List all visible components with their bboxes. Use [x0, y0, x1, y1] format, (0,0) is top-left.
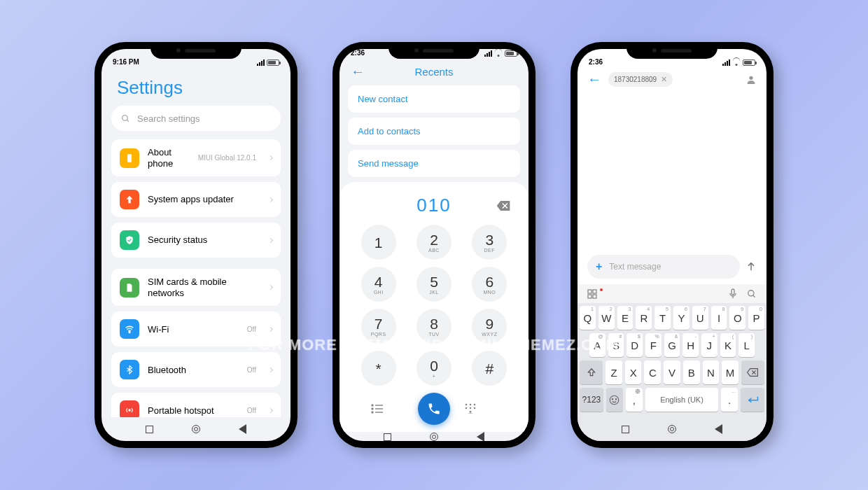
settings-item-label: Bluetooth: [148, 365, 239, 376]
remove-recipient-icon[interactable]: ✕: [661, 75, 667, 84]
key-U[interactable]: U7: [692, 306, 708, 330]
number-display: 010: [354, 190, 514, 225]
menu-icon[interactable]: [371, 404, 403, 414]
key-shift[interactable]: [580, 360, 603, 384]
key-V[interactable]: V: [664, 360, 680, 384]
dialpad-toggle-icon[interactable]: [465, 403, 497, 414]
key-G[interactable]: G&: [664, 333, 680, 357]
key-B[interactable]: B: [683, 360, 700, 384]
keypad-key-0[interactable]: 0+: [416, 351, 451, 386]
svg-point-11: [372, 408, 373, 410]
key-enter[interactable]: [741, 388, 764, 412]
key-W[interactable]: W2: [598, 306, 615, 330]
nav-back-icon[interactable]: [239, 424, 246, 434]
key-N[interactable]: N: [703, 360, 720, 384]
svg-line-30: [753, 295, 755, 297]
key-D[interactable]: D$: [626, 333, 643, 357]
settings-item[interactable]: Portable hotspot Off: [111, 393, 281, 417]
key-O[interactable]: O9: [729, 306, 746, 330]
keypad-key-5[interactable]: 5JKL: [416, 267, 451, 302]
nav-recent-icon[interactable]: [146, 426, 153, 433]
keypad-key-9[interactable]: 9WXYZ: [472, 309, 507, 344]
message-input[interactable]: + Text message: [587, 255, 740, 279]
signal-icon: [257, 59, 265, 66]
nav-recent-icon[interactable]: [622, 426, 629, 433]
key-I[interactable]: I8: [711, 306, 727, 330]
dialer-action[interactable]: Add to contacts: [348, 118, 520, 145]
svg-point-29: [748, 290, 754, 295]
key-Y[interactable]: Y6: [673, 306, 690, 330]
keypad-key-7[interactable]: 7PQRS: [361, 309, 396, 344]
nav-back-icon[interactable]: [477, 432, 484, 441]
status-time: 9:16 PM: [113, 58, 139, 66]
mic-icon[interactable]: [729, 288, 737, 299]
nav-back-icon[interactable]: [715, 424, 722, 434]
svg-rect-28: [732, 289, 734, 295]
key-A[interactable]: A@: [589, 333, 606, 357]
signal-icon: [722, 59, 730, 66]
svg-point-32: [612, 398, 613, 399]
key-space[interactable]: English (UK): [645, 388, 718, 412]
settings-item-label: Security status: [148, 234, 260, 246]
nav-home-icon[interactable]: [430, 433, 438, 441]
key-R[interactable]: R4: [636, 306, 652, 330]
settings-item[interactable]: System apps updater: [111, 182, 281, 217]
key-comma[interactable]: ,: [626, 388, 643, 412]
grid-icon[interactable]: [587, 289, 597, 299]
svg-rect-25: [593, 290, 596, 293]
key-E[interactable]: E3: [617, 306, 634, 330]
chevron-right-icon: [268, 368, 273, 372]
keypad-key-6[interactable]: 6MNO: [472, 267, 507, 302]
key-S[interactable]: S#: [608, 333, 624, 357]
key-X[interactable]: X: [625, 360, 642, 384]
dialer-action[interactable]: Send message: [348, 150, 520, 177]
key-Z[interactable]: Z: [606, 360, 622, 384]
key-Q[interactable]: Q1: [580, 306, 596, 330]
key-P[interactable]: P0: [748, 306, 764, 330]
keypad-key-1[interactable]: 1: [361, 225, 396, 260]
keypad-key-*[interactable]: *: [361, 351, 396, 386]
contact-icon[interactable]: [746, 74, 757, 85]
notch: [388, 42, 479, 59]
recipient-number: 18730218809: [614, 76, 657, 83]
recipient-chip[interactable]: 18730218809 ✕: [608, 72, 673, 87]
key-symbols[interactable]: ?123: [580, 388, 603, 412]
keypad-key-8[interactable]: 8TUV: [416, 309, 451, 344]
key-J[interactable]: J+: [701, 333, 718, 357]
key-T[interactable]: T5: [654, 306, 671, 330]
key-H[interactable]: H-: [682, 333, 699, 357]
key-C[interactable]: C: [644, 360, 661, 384]
settings-item[interactable]: Security status: [111, 223, 281, 258]
key-M[interactable]: M: [722, 360, 738, 384]
keypad-key-4[interactable]: 4GHI: [361, 267, 396, 302]
key-K[interactable]: K(: [720, 333, 736, 357]
backspace-button[interactable]: [496, 201, 510, 211]
key-F[interactable]: F%: [645, 333, 662, 357]
key-L[interactable]: L): [738, 333, 755, 357]
nav-home-icon[interactable]: [668, 425, 676, 433]
nav-recent-icon[interactable]: [384, 433, 391, 441]
call-button[interactable]: [418, 393, 450, 425]
keypad-key-3[interactable]: 3DEF: [472, 225, 507, 260]
send-button[interactable]: [746, 261, 757, 272]
settings-item[interactable]: Wi-Fi Off: [111, 312, 281, 346]
keypad-key-2[interactable]: 2ABC: [416, 225, 451, 260]
battery-icon: [267, 59, 279, 66]
input-placeholder: Text message: [609, 262, 661, 272]
keypad-key-#[interactable]: #: [472, 351, 507, 386]
settings-item[interactable]: SIM cards & mobile networks: [111, 269, 281, 306]
back-button[interactable]: ←: [587, 71, 601, 88]
settings-item[interactable]: About phone MIUI Global 12.0.1: [111, 139, 281, 176]
settings-item[interactable]: Bluetooth Off: [111, 352, 281, 387]
search-input[interactable]: Search settings: [111, 106, 281, 131]
up-icon: [120, 190, 139, 209]
attach-icon[interactable]: +: [596, 260, 602, 273]
key-backspace[interactable]: [741, 360, 764, 384]
search-icon[interactable]: [747, 289, 757, 299]
key-period[interactable]: .…: [721, 388, 738, 412]
notification-dot-icon: [600, 288, 603, 291]
key-emoji[interactable]: [606, 388, 623, 412]
dialer-action[interactable]: New contact: [348, 85, 520, 113]
nav-home-icon[interactable]: [192, 425, 200, 433]
chevron-right-icon: [268, 197, 273, 202]
